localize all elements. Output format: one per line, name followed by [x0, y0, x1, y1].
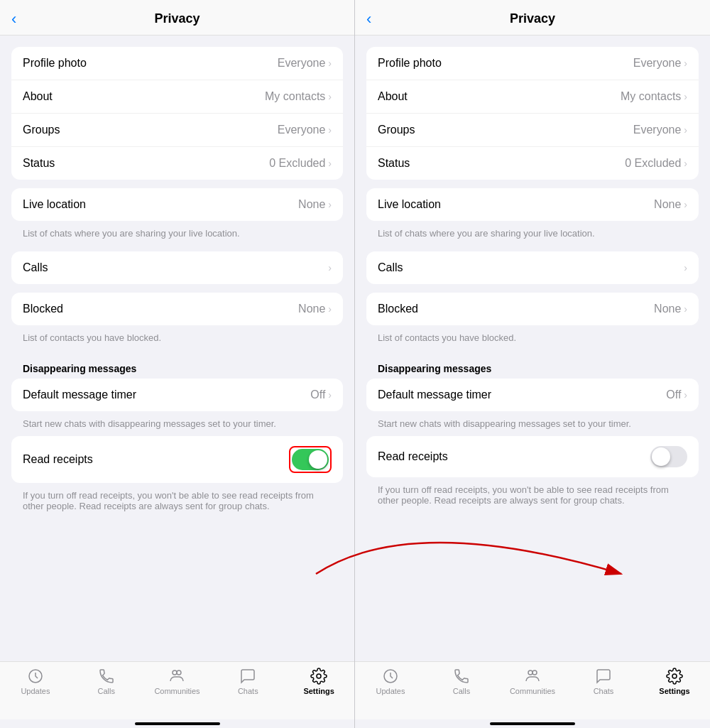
left-read-receipts-card: Read receipts	[11, 436, 343, 483]
right-about-value: My contacts ›	[621, 90, 687, 103]
right-communities-icon	[524, 668, 541, 685]
right-privacy-card: Profile photo Everyone › About My contac…	[366, 47, 699, 180]
right-tab-settings[interactable]: Settings	[639, 668, 710, 717]
right-read-receipts-section: Read receipts If you turn off read recei…	[366, 436, 699, 513]
left-profile-photo-row[interactable]: Profile photo Everyone ›	[11, 47, 343, 80]
left-groups-value: Everyone ›	[278, 124, 332, 136]
left-live-location-chevron: ›	[328, 199, 332, 210]
settings-icon	[310, 668, 327, 685]
chats-icon	[239, 668, 256, 685]
left-toggle-knob	[309, 450, 327, 469]
left-tab-calls-label: Calls	[97, 687, 114, 695]
left-content: Profile photo Everyone › About My contac…	[0, 36, 354, 661]
right-live-location-description: List of chats where you are sharing your…	[366, 224, 699, 246]
svg-point-2	[177, 670, 181, 675]
right-tab-chats-label: Chats	[594, 687, 614, 695]
left-timer-value: Off ›	[310, 389, 332, 401]
right-live-location-section: Live location None › List of chats where…	[366, 188, 699, 246]
left-tab-chats[interactable]: Chats	[212, 668, 283, 717]
right-status-value: 0 Excluded ›	[625, 157, 687, 170]
right-tab-updates[interactable]: Updates	[355, 668, 426, 717]
right-header-title: Privacy	[510, 11, 555, 26]
right-tab-communities[interactable]: Communities	[497, 668, 568, 717]
right-blocked-value: None ›	[654, 303, 687, 315]
left-tab-calls[interactable]: Calls	[71, 668, 142, 717]
left-panel: ‹ Privacy Profile photo Everyone › About…	[0, 0, 355, 728]
right-profile-photo-chevron: ›	[684, 58, 687, 69]
left-calls-label: Calls	[23, 261, 48, 274]
left-live-location-value: None ›	[298, 198, 332, 211]
left-profile-photo-chevron: ›	[328, 58, 332, 69]
left-tab-updates-label: Updates	[21, 687, 50, 695]
left-calls-card: Calls ›	[11, 251, 343, 284]
svg-point-3	[317, 674, 321, 678]
right-read-receipts-row: Read receipts	[366, 436, 699, 477]
right-timer-row[interactable]: Default message timer Off ›	[366, 379, 699, 411]
left-live-location-section: Live location None › List of chats where…	[11, 188, 343, 246]
left-blocked-row[interactable]: Blocked None ›	[11, 293, 343, 325]
left-status-row[interactable]: Status 0 Excluded ›	[11, 147, 343, 180]
right-about-label: About	[378, 90, 408, 103]
right-calls-label: Calls	[378, 261, 403, 274]
left-read-receipts-row: Read receipts	[11, 436, 343, 483]
left-groups-label: Groups	[23, 124, 60, 136]
right-toggle-knob	[652, 447, 670, 466]
right-about-row[interactable]: About My contacts ›	[366, 80, 699, 114]
right-status-row[interactable]: Status 0 Excluded ›	[366, 147, 699, 180]
left-profile-photo-value: Everyone ›	[278, 57, 332, 70]
updates-icon	[27, 668, 44, 685]
right-tab-communities-label: Communities	[510, 687, 555, 695]
right-about-chevron: ›	[684, 91, 687, 102]
right-back-button[interactable]: ‹	[366, 10, 371, 28]
right-read-receipts-toggle[interactable]	[650, 446, 687, 467]
left-tab-settings[interactable]: Settings	[283, 668, 354, 717]
left-timer-row[interactable]: Default message timer Off ›	[11, 379, 343, 411]
right-profile-photo-label: Profile photo	[378, 57, 442, 70]
calls-tab-icon	[98, 668, 115, 685]
right-chats-icon	[595, 668, 612, 685]
right-timer-value: Off ›	[666, 389, 687, 401]
right-live-location-card: Live location None ›	[366, 188, 699, 221]
right-tab-calls-label: Calls	[453, 687, 470, 695]
left-back-button[interactable]: ‹	[11, 10, 16, 28]
right-tab-bar: Updates Calls Communities Chats Settings	[355, 661, 710, 719]
right-tab-calls[interactable]: Calls	[426, 668, 497, 717]
left-tab-settings-label: Settings	[303, 687, 334, 695]
left-home-indicator	[135, 722, 220, 725]
left-calls-chevron: ›	[328, 262, 332, 273]
left-tab-updates[interactable]: Updates	[0, 668, 71, 717]
left-blocked-label: Blocked	[23, 303, 63, 315]
left-disappearing-card: Default message timer Off ›	[11, 379, 343, 411]
right-profile-photo-row[interactable]: Profile photo Everyone ›	[366, 47, 699, 80]
left-disappearing-header: Disappearing messages	[11, 356, 343, 379]
left-header-title: Privacy	[154, 11, 200, 26]
left-calls-row[interactable]: Calls ›	[11, 251, 343, 284]
right-calls-row[interactable]: Calls ›	[366, 251, 699, 284]
right-blocked-card: Blocked None ›	[366, 293, 699, 325]
communities-icon	[168, 668, 185, 685]
right-live-location-row[interactable]: Live location None ›	[366, 188, 699, 221]
right-blocked-chevron: ›	[684, 303, 687, 315]
left-blocked-section: Blocked None › List of contacts you have…	[11, 293, 343, 350]
right-groups-row[interactable]: Groups Everyone ›	[366, 114, 699, 147]
right-read-receipts-label: Read receipts	[378, 450, 448, 463]
left-about-row[interactable]: About My contacts ›	[11, 80, 343, 114]
right-groups-label: Groups	[378, 124, 415, 136]
left-status-chevron: ›	[328, 158, 332, 169]
right-panel: ‹ Privacy Profile photo Everyone › About…	[355, 0, 710, 728]
right-header: ‹ Privacy	[355, 0, 710, 36]
right-tab-settings-label: Settings	[659, 687, 689, 695]
right-live-location-label: Live location	[378, 198, 441, 211]
svg-point-1	[173, 670, 177, 675]
left-groups-row[interactable]: Groups Everyone ›	[11, 114, 343, 147]
left-read-receipts-toggle[interactable]	[292, 449, 329, 470]
left-live-location-row[interactable]: Live location None ›	[11, 188, 343, 221]
svg-point-5	[528, 670, 532, 675]
right-tab-chats[interactable]: Chats	[568, 668, 639, 717]
right-live-location-chevron: ›	[684, 199, 687, 210]
left-groups-chevron: ›	[328, 124, 332, 136]
right-blocked-row[interactable]: Blocked None ›	[366, 293, 699, 325]
left-profile-photo-label: Profile photo	[23, 57, 87, 70]
left-read-receipts-toggle-highlight	[289, 446, 332, 473]
left-tab-communities[interactable]: Communities	[142, 668, 213, 717]
